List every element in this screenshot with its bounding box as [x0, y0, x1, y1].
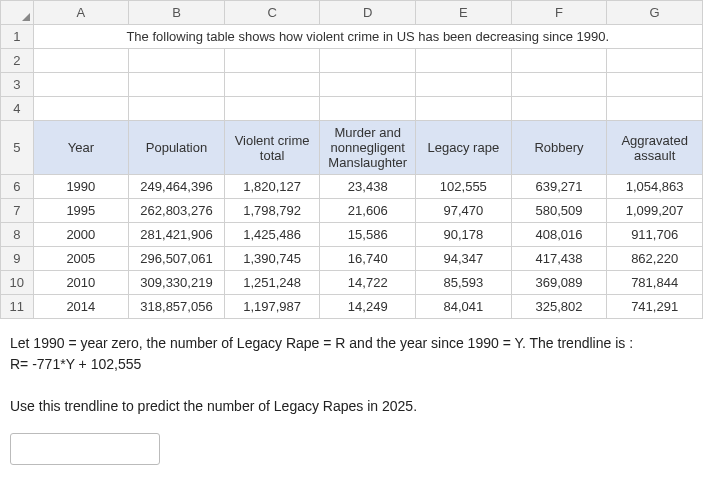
hdr-robbery[interactable]: Robbery: [511, 121, 607, 175]
cell[interactable]: [320, 73, 416, 97]
row-header-7[interactable]: 7: [1, 199, 34, 223]
cell-mur[interactable]: 15,586: [320, 223, 416, 247]
cell-asl[interactable]: 1,054,863: [607, 175, 703, 199]
cell-mur[interactable]: 14,249: [320, 295, 416, 319]
col-header-a[interactable]: A: [33, 1, 129, 25]
col-header-b[interactable]: B: [129, 1, 225, 25]
question-line2: R= -771*Y + 102,555: [10, 354, 693, 375]
cell[interactable]: [129, 73, 225, 97]
cell-year[interactable]: 2010: [33, 271, 129, 295]
row-header-4[interactable]: 4: [1, 97, 34, 121]
cell[interactable]: [607, 97, 703, 121]
cell-year[interactable]: 2014: [33, 295, 129, 319]
cell-viol[interactable]: 1,390,745: [224, 247, 320, 271]
hdr-assault[interactable]: Aggravated assault: [607, 121, 703, 175]
cell-pop[interactable]: 281,421,906: [129, 223, 225, 247]
title-cell[interactable]: The following table shows how violent cr…: [33, 25, 702, 49]
cell-rob[interactable]: 417,438: [511, 247, 607, 271]
cell-pop[interactable]: 318,857,056: [129, 295, 225, 319]
col-header-f[interactable]: F: [511, 1, 607, 25]
hdr-year[interactable]: Year: [33, 121, 129, 175]
cell-rape[interactable]: 97,470: [416, 199, 512, 223]
col-header-c[interactable]: C: [224, 1, 320, 25]
question-line1: Let 1990 = year zero, the number of Lega…: [10, 333, 693, 354]
cell-year[interactable]: 2000: [33, 223, 129, 247]
spreadsheet-table: A B C D E F G 1 The following table show…: [0, 0, 703, 319]
cell-mur[interactable]: 21,606: [320, 199, 416, 223]
cell-pop[interactable]: 309,330,219: [129, 271, 225, 295]
cell-mur[interactable]: 16,740: [320, 247, 416, 271]
cell-asl[interactable]: 911,706: [607, 223, 703, 247]
cell[interactable]: [320, 97, 416, 121]
cell[interactable]: [33, 97, 129, 121]
cell-rob[interactable]: 369,089: [511, 271, 607, 295]
cell-rob[interactable]: 325,802: [511, 295, 607, 319]
cell-asl[interactable]: 1,099,207: [607, 199, 703, 223]
row-header-3[interactable]: 3: [1, 73, 34, 97]
cell-asl[interactable]: 862,220: [607, 247, 703, 271]
col-header-d[interactable]: D: [320, 1, 416, 25]
row-header-2[interactable]: 2: [1, 49, 34, 73]
cell-viol[interactable]: 1,251,248: [224, 271, 320, 295]
hdr-violent[interactable]: Violent crime total: [224, 121, 320, 175]
row-header-10[interactable]: 10: [1, 271, 34, 295]
col-header-g[interactable]: G: [607, 1, 703, 25]
cell-viol[interactable]: 1,820,127: [224, 175, 320, 199]
cell-rob[interactable]: 580,509: [511, 199, 607, 223]
hdr-murder[interactable]: Murder and nonnegligent Manslaughter: [320, 121, 416, 175]
select-all-corner[interactable]: [1, 1, 34, 25]
cell[interactable]: [511, 49, 607, 73]
col-header-e[interactable]: E: [416, 1, 512, 25]
cell-mur[interactable]: 23,438: [320, 175, 416, 199]
cell[interactable]: [224, 97, 320, 121]
row-header-9[interactable]: 9: [1, 247, 34, 271]
cell-pop[interactable]: 296,507,061: [129, 247, 225, 271]
cell-rape[interactable]: 84,041: [416, 295, 512, 319]
cell-year[interactable]: 1990: [33, 175, 129, 199]
question-block: Let 1990 = year zero, the number of Lega…: [0, 319, 703, 425]
row-header-8[interactable]: 8: [1, 223, 34, 247]
cell-viol[interactable]: 1,798,792: [224, 199, 320, 223]
row-header-11[interactable]: 11: [1, 295, 34, 319]
cell[interactable]: [224, 73, 320, 97]
cell-year[interactable]: 2005: [33, 247, 129, 271]
cell-rape[interactable]: 94,347: [416, 247, 512, 271]
cell-viol[interactable]: 1,197,987: [224, 295, 320, 319]
cell-rape[interactable]: 102,555: [416, 175, 512, 199]
hdr-population[interactable]: Population: [129, 121, 225, 175]
cell[interactable]: [129, 97, 225, 121]
cell-asl[interactable]: 741,291: [607, 295, 703, 319]
cell[interactable]: [416, 73, 512, 97]
hdr-rape[interactable]: Legacy rape: [416, 121, 512, 175]
cell-mur[interactable]: 14,722: [320, 271, 416, 295]
cell-asl[interactable]: 781,844: [607, 271, 703, 295]
row-header-6[interactable]: 6: [1, 175, 34, 199]
row-header-5[interactable]: 5: [1, 121, 34, 175]
cell-viol[interactable]: 1,425,486: [224, 223, 320, 247]
cell[interactable]: [224, 49, 320, 73]
cell[interactable]: [607, 49, 703, 73]
cell[interactable]: [33, 49, 129, 73]
row-header-1[interactable]: 1: [1, 25, 34, 49]
cell-pop[interactable]: 249,464,396: [129, 175, 225, 199]
cell[interactable]: [416, 97, 512, 121]
cell[interactable]: [320, 49, 416, 73]
cell[interactable]: [129, 49, 225, 73]
cell-rape[interactable]: 90,178: [416, 223, 512, 247]
question-line3: Use this trendline to predict the number…: [10, 396, 693, 417]
cell-rob[interactable]: 408,016: [511, 223, 607, 247]
answer-input[interactable]: [10, 433, 160, 465]
cell-rob[interactable]: 639,271: [511, 175, 607, 199]
cell[interactable]: [511, 73, 607, 97]
cell[interactable]: [607, 73, 703, 97]
cell[interactable]: [416, 49, 512, 73]
cell-year[interactable]: 1995: [33, 199, 129, 223]
cell-rape[interactable]: 85,593: [416, 271, 512, 295]
cell-pop[interactable]: 262,803,276: [129, 199, 225, 223]
cell[interactable]: [33, 73, 129, 97]
cell[interactable]: [511, 97, 607, 121]
